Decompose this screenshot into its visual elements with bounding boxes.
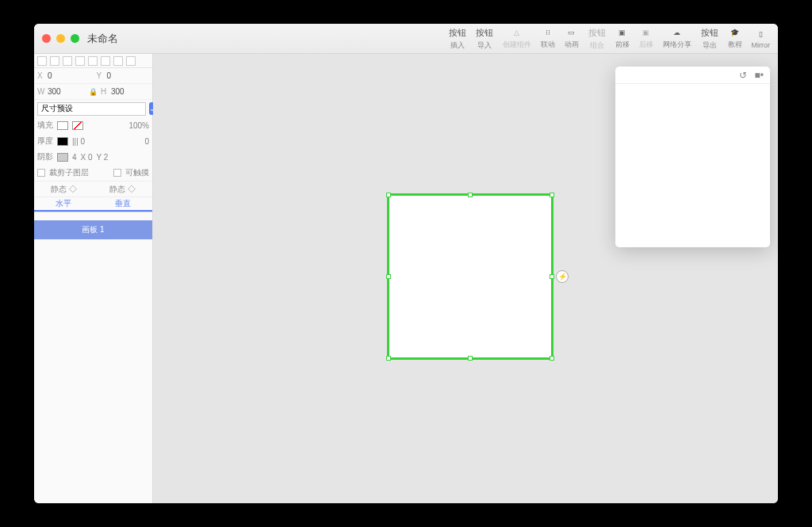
x-field[interactable]: 0 (48, 71, 52, 80)
shadow-y[interactable]: Y 2 (97, 153, 109, 162)
back-icon: ▣ (639, 27, 653, 38)
lock-icon[interactable]: 🔒 (89, 88, 98, 96)
titlebar: 未命名 按钮 插入 按钮 导入 △ 创建组件 ⁝⁝ 联动 ▭ 动画 (34, 24, 778, 54)
stroke-style[interactable]: ||| 0 (72, 137, 85, 146)
clip-touch-row: 裁剪子图层 可触摸 (34, 165, 152, 181)
link-icon: ⁝⁝ (541, 27, 555, 38)
inspector-sidebar: X0 Y0 W300 🔒 H300 ⌄ 填充 100% 厚度 ||| (34, 54, 153, 503)
minimize-icon[interactable] (56, 34, 65, 43)
layer-artboard-1[interactable]: 画板 1 (34, 220, 152, 239)
fill-row: 填充 100% (34, 117, 152, 133)
distribute-v-icon[interactable] (126, 56, 136, 66)
stroke-row: 厚度 ||| 0 0 (34, 133, 152, 149)
fill-swatch[interactable] (57, 121, 68, 130)
resize-handle-tl[interactable] (386, 193, 391, 197)
group-button[interactable]: 按钮 组合 (588, 27, 606, 51)
size-row: W300 🔒 H300 (34, 84, 152, 100)
mirror-button[interactable]: ▯ Mirror (752, 29, 771, 49)
bring-front-button[interactable]: ▣ 前移 (615, 27, 630, 50)
shadow-row: 阴影 4 X 0 Y 2 (34, 149, 152, 165)
touch-checkbox[interactable] (113, 169, 121, 177)
align-left-icon[interactable] (37, 56, 47, 66)
resize-handle-bm[interactable] (468, 356, 473, 361)
resize-handle-tm[interactable] (468, 193, 473, 197)
artboard[interactable]: ⚡ (387, 193, 553, 360)
import-button[interactable]: 按钮 导入 (476, 27, 493, 51)
axis-h-label: 水平 (34, 197, 94, 212)
make-component-button[interactable]: △ 创建组件 (503, 27, 531, 50)
stroke-swatch[interactable] (57, 137, 68, 146)
alignment-tools (34, 54, 152, 68)
window-title: 未命名 (87, 32, 118, 46)
fill-label: 填充 (37, 120, 53, 131)
shadow-blur[interactable]: 4 (72, 153, 77, 162)
app-window: 未命名 按钮 插入 按钮 导入 △ 创建组件 ⁝⁝ 联动 ▭ 动画 (34, 24, 778, 503)
animate-button[interactable]: ▭ 动画 (565, 27, 579, 50)
align-middle-icon[interactable] (88, 56, 98, 66)
y-field[interactable]: 0 (107, 71, 112, 80)
zoom-icon[interactable] (71, 34, 79, 43)
resize-handle-br[interactable] (550, 356, 554, 361)
export-button[interactable]: 按钮 导出 (701, 27, 718, 51)
close-icon[interactable] (42, 34, 51, 43)
link-button[interactable]: ⁝⁝ 联动 (541, 27, 555, 50)
static-v-select[interactable]: 静态 ◇ (94, 181, 153, 197)
resize-handle-mr[interactable] (550, 274, 554, 279)
resize-handle-ml[interactable] (386, 274, 391, 279)
clip-checkbox[interactable] (37, 169, 45, 177)
screen-icon: ▭ (565, 27, 579, 38)
stroke-label: 厚度 (37, 136, 53, 147)
touch-label: 可触摸 (125, 167, 149, 178)
record-icon[interactable]: ■• (755, 70, 764, 81)
cloud-icon: ☁ (670, 27, 684, 38)
h-field[interactable]: 300 (111, 87, 124, 96)
align-center-icon[interactable] (50, 56, 59, 66)
align-right-icon[interactable] (63, 56, 72, 66)
front-icon: ▣ (615, 27, 630, 38)
align-bottom-icon[interactable] (101, 56, 110, 66)
align-top-icon[interactable] (75, 56, 85, 66)
axis-row: 水平 垂直 (34, 197, 152, 212)
tutorial-icon: 🎓 (728, 27, 742, 38)
fill-opacity[interactable]: 100% (128, 121, 149, 130)
size-preset-row: ⌄ (34, 100, 152, 117)
phone-icon: ▯ (753, 29, 768, 40)
static-h-select[interactable]: 静态 ◇ (34, 181, 94, 197)
tutorial-button[interactable]: 🎓 教程 (728, 27, 742, 50)
w-field[interactable]: 300 (48, 87, 61, 96)
triangle-icon: △ (510, 27, 524, 38)
undo-icon[interactable]: ↺ (739, 70, 747, 81)
fill-disabled-icon[interactable] (72, 121, 83, 130)
position-row: X0 Y0 (34, 68, 152, 84)
send-back-button[interactable]: ▣ 后移 (639, 27, 653, 50)
insert-button[interactable]: 按钮 插入 (449, 27, 466, 51)
resize-handle-tr[interactable] (550, 193, 554, 197)
preview-popover: ↺ ■• (615, 67, 770, 247)
size-preset-input[interactable] (37, 102, 146, 116)
clip-label: 裁剪子图层 (49, 167, 89, 178)
toolbar: 按钮 插入 按钮 导入 △ 创建组件 ⁝⁝ 联动 ▭ 动画 按钮 组合 (449, 27, 771, 51)
resize-handle-bl[interactable] (386, 356, 391, 361)
stroke-width[interactable]: 0 (144, 137, 149, 146)
static-row: 静态 ◇ 静态 ◇ (34, 181, 152, 197)
shadow-x[interactable]: X 0 (81, 153, 93, 162)
share-button[interactable]: ☁ 网络分享 (663, 27, 691, 50)
traffic-lights (42, 34, 79, 43)
axis-v-label: 垂直 (94, 197, 153, 212)
shadow-label: 阴影 (37, 151, 53, 162)
shadow-swatch[interactable] (57, 153, 68, 162)
distribute-h-icon[interactable] (113, 56, 123, 66)
link-trigger-icon[interactable]: ⚡ (556, 270, 569, 283)
